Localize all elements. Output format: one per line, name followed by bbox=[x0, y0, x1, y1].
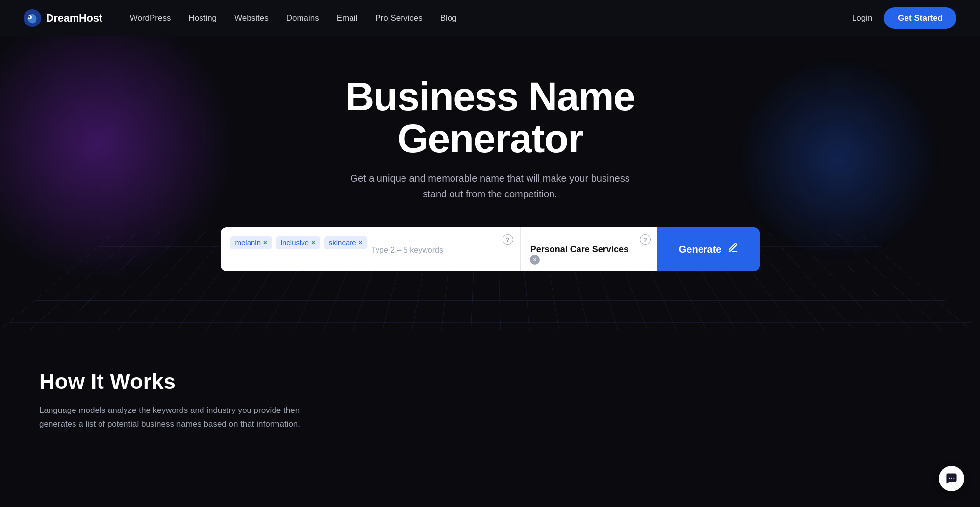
nav-domains[interactable]: Domains bbox=[286, 13, 319, 23]
industry-wrapper: Personal Care Services ? × bbox=[520, 227, 657, 271]
keyword-melanin-label: melanin bbox=[235, 239, 261, 247]
keywords-help-icon[interactable]: ? bbox=[503, 234, 513, 245]
keyword-melanin-remove[interactable]: × bbox=[263, 240, 267, 246]
generator-form: melanin × inclusive × skincare × Type 2 … bbox=[221, 227, 760, 271]
svg-point-5 bbox=[953, 478, 954, 479]
navbar: DreamHost WordPress Hosting Websites Dom… bbox=[0, 0, 980, 36]
svg-point-2 bbox=[28, 16, 30, 18]
nav-hosting[interactable]: Hosting bbox=[188, 13, 217, 23]
logo-link[interactable]: DreamHost bbox=[24, 9, 102, 27]
svg-point-3 bbox=[949, 478, 950, 479]
keyword-inclusive-remove[interactable]: × bbox=[311, 240, 315, 246]
keyword-tag-inclusive: inclusive × bbox=[276, 236, 320, 249]
nav-blog[interactable]: Blog bbox=[440, 13, 457, 23]
nav-links: WordPress Hosting Websites Domains Email… bbox=[130, 13, 852, 23]
hero-subtitle-line2: stand out from the competition. bbox=[423, 189, 557, 199]
generate-icon bbox=[728, 242, 738, 256]
hero-section: Business Name Generator Get a unique and… bbox=[0, 36, 980, 330]
generate-button[interactable]: Generate bbox=[657, 227, 760, 271]
keywords-input-area[interactable]: melanin × inclusive × skincare × Type 2 … bbox=[221, 227, 520, 271]
keyword-inclusive-label: inclusive bbox=[281, 239, 309, 247]
nav-pro-services[interactable]: Pro Services bbox=[375, 13, 422, 23]
keyword-tag-melanin: melanin × bbox=[230, 236, 272, 249]
nav-websites[interactable]: Websites bbox=[234, 13, 269, 23]
hero-subtitle-line1: Get a unique and memorable name that wil… bbox=[350, 173, 629, 184]
dreamhost-logo-icon bbox=[24, 9, 41, 27]
keyword-skincare-label: skincare bbox=[329, 239, 356, 247]
page-title: Business Name Generator bbox=[270, 75, 711, 160]
how-it-works-description: Language models analyze the keywords and… bbox=[39, 404, 314, 431]
keyword-skincare-remove[interactable]: × bbox=[359, 240, 363, 246]
chat-icon bbox=[945, 472, 958, 485]
generate-label: Generate bbox=[679, 244, 722, 255]
industry-value: Personal Care Services bbox=[530, 244, 628, 255]
industry-help-icon[interactable]: ? bbox=[640, 234, 651, 245]
hero-subtitle: Get a unique and memorable name that wil… bbox=[350, 170, 629, 202]
chat-bubble-button[interactable] bbox=[939, 466, 964, 491]
nav-actions: Login Get Started bbox=[852, 7, 956, 29]
nav-email[interactable]: Email bbox=[337, 13, 358, 23]
nav-wordpress[interactable]: WordPress bbox=[130, 13, 171, 23]
industry-select[interactable]: Personal Care Services bbox=[520, 227, 657, 271]
svg-point-4 bbox=[951, 478, 952, 479]
keyword-tag-skincare: skincare × bbox=[324, 236, 367, 249]
get-started-button[interactable]: Get Started bbox=[884, 7, 956, 29]
how-it-works-title: How It Works bbox=[39, 369, 941, 394]
industry-clear-button[interactable]: × bbox=[530, 255, 540, 265]
login-button[interactable]: Login bbox=[852, 13, 873, 23]
keywords-placeholder: Type 2 – 5 keywords bbox=[371, 246, 443, 255]
keywords-wrapper: melanin × inclusive × skincare × Type 2 … bbox=[221, 227, 520, 271]
logo-text: DreamHost bbox=[46, 12, 102, 24]
how-it-works-section: How It Works Language models analyze the… bbox=[0, 330, 980, 460]
